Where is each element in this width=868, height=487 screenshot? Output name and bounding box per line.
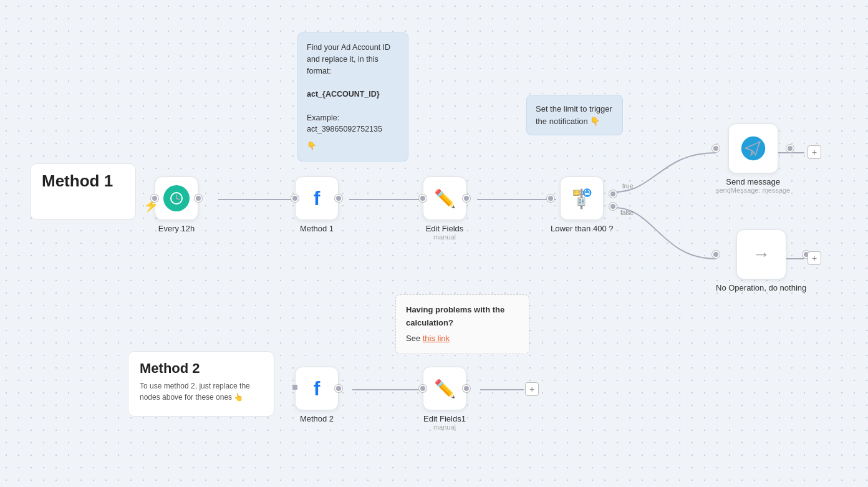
facebook-icon: f <box>314 187 321 210</box>
callout-example-value: act_39865092752135 <box>307 123 399 135</box>
pencil2-icon: ✏️ <box>434 379 456 399</box>
lower-than-node[interactable]: 🚏 <box>560 176 604 220</box>
every12h-right-dot <box>195 195 202 202</box>
edit-fields1-label: Edit Fields1 <box>423 414 466 423</box>
no-operation-label: No Operation, do nothing <box>716 283 806 292</box>
problems-see: See this link <box>406 332 519 345</box>
every12h-label: Every 12h <box>158 224 195 233</box>
edit-fields1-sublabel: manual <box>433 423 456 431</box>
edit-fields-wrapper: ✏️ Edit Fields manual <box>423 176 466 241</box>
clock-icon <box>163 185 190 211</box>
method2-title: Method 2 <box>140 360 263 377</box>
set-limit-callout: Set the limit to trigger the notificatio… <box>526 95 623 135</box>
callout-format: act_{ACCOUNT_ID} <box>307 89 399 100</box>
lt-right-false-dot <box>609 203 617 210</box>
arrow-right-icon: → <box>753 244 770 264</box>
no-operation-wrapper: → No Operation, do nothing <box>716 229 806 292</box>
every12h-left-dot <box>151 195 158 202</box>
send-message-label: Send message <box>726 177 780 186</box>
pencil-icon: ✏️ <box>434 188 456 209</box>
having-problems-callout: Having problems with the calculation? Se… <box>395 294 529 354</box>
edit-fields-label: Edit Fields <box>426 224 464 233</box>
method1-title: Method 1 <box>42 171 124 191</box>
method1-label-box: Method 1 <box>30 163 136 219</box>
problems-title: Having problems with the calculation? <box>406 304 519 330</box>
ef1-right-dot <box>463 385 470 392</box>
no-operation-node[interactable]: → <box>736 229 786 279</box>
ef-right-dot <box>463 195 470 202</box>
method2-fb-wrapper: f Method 2 <box>295 367 339 423</box>
fb1-left-dot <box>291 195 299 202</box>
callout-line1: Find your Ad Account ID <box>307 42 399 54</box>
callout-line2: and replace it, in this format: <box>307 54 399 77</box>
svg-text:true: true <box>622 183 634 190</box>
edit-fields1-plus[interactable]: + <box>525 382 539 396</box>
lower-than-label: Lower than 400 ? <box>551 224 613 233</box>
method1-fb-node[interactable]: f <box>295 176 339 220</box>
ad-account-callout: Find your Ad Account ID and replace it, … <box>297 32 408 162</box>
method2-label-box: Method 2 To use method 2, just replace t… <box>128 351 274 417</box>
callout-emoji: 👇 <box>307 140 399 152</box>
send-message-wrapper: Send message sendMessage: message <box>716 123 790 194</box>
this-link[interactable]: this link <box>423 334 450 343</box>
no-operation-plus[interactable]: + <box>808 251 821 265</box>
callout-example-label: Example: <box>307 112 399 124</box>
ef1-left-dot <box>419 385 427 392</box>
edit-fields-sublabel: manual <box>433 233 456 241</box>
facebook2-icon: f <box>314 377 321 400</box>
svg-text:false: false <box>620 210 634 216</box>
every12h-node-wrapper: ⚡ Every 12h <box>155 176 198 233</box>
every12h-node[interactable] <box>155 176 198 220</box>
signpost-icon: 🚏 <box>571 188 594 210</box>
edit-fields-node[interactable]: ✏️ <box>423 176 466 220</box>
send-message-plus[interactable]: + <box>808 145 821 159</box>
method1-fb-label: Method 1 <box>300 224 334 233</box>
sm-left-dot <box>712 145 720 152</box>
set-limit-text: Set the limit to trigger the notificatio… <box>536 103 614 127</box>
edit-fields1-wrapper: ✏️ Edit Fields1 manual <box>423 367 466 431</box>
ef-left-dot <box>419 195 427 202</box>
lt-right-true-dot <box>609 190 617 198</box>
lt-left-dot <box>547 195 554 202</box>
sm-right-dot <box>786 145 794 152</box>
send-message-node[interactable] <box>728 123 778 173</box>
edit-fields1-node[interactable]: ✏️ <box>423 367 466 410</box>
fb2-right-dot <box>335 385 342 392</box>
fb2-left-nub <box>292 385 297 390</box>
method2-fb-node[interactable]: f <box>295 367 339 410</box>
lower-than-wrapper: 🚏 Lower than 400 ? <box>551 176 613 233</box>
nop-left-dot <box>712 251 720 258</box>
fb1-right-dot <box>335 195 342 202</box>
method1-fb-wrapper: f Method 1 <box>295 176 339 233</box>
method2-fb-label: Method 2 <box>300 414 334 423</box>
send-message-sublabel: sendMessage: message <box>716 186 790 194</box>
svg-line-11 <box>176 198 179 200</box>
method2-desc: To use method 2, just replace the nodes … <box>140 380 263 403</box>
